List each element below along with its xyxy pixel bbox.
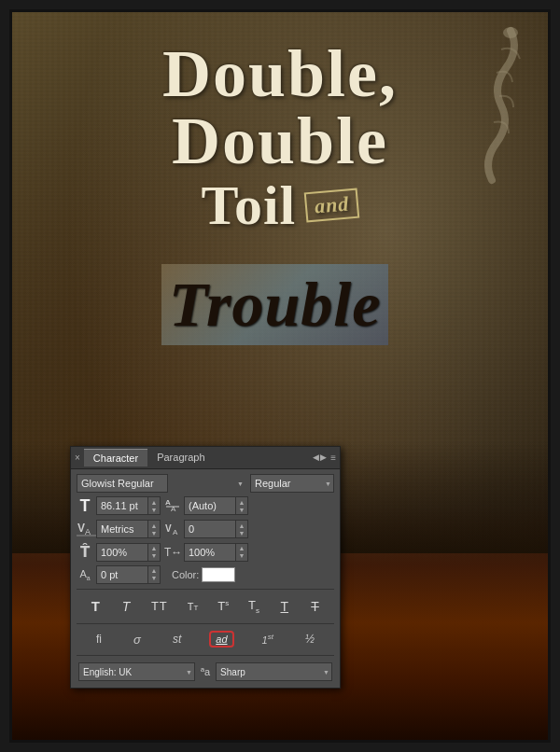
bottom-options-row: English: UK English: US French German ªa… — [77, 661, 334, 684]
baseline-arrows[interactable]: ▲ ▼ — [147, 565, 161, 584]
ordinals-btn[interactable]: 1st — [259, 631, 277, 648]
panel-next-arrow[interactable]: ▶ — [320, 453, 327, 462]
vertical-scale-input[interactable] — [96, 543, 147, 562]
scale-row: T̂ ▲ ▼ T↔ ▲ ▼ — [77, 543, 334, 562]
antialiasing-dropdown[interactable]: Sharp Crisp Strong Smooth None — [216, 662, 332, 682]
character-panel: × Character Paragraph ◀ ▶ ≡ Glo — [70, 446, 341, 689]
svg-text:V: V — [165, 523, 172, 534]
horizontal-scale-input[interactable] — [184, 543, 235, 562]
panel-tabs: Character Paragraph — [84, 449, 313, 467]
kerning-group: V A ▲ ▼ — [164, 520, 248, 539]
kerning-icon: V A — [164, 520, 181, 539]
color-group: Color: — [172, 567, 235, 582]
small-caps-btn[interactable]: TT — [184, 599, 203, 614]
divider-2 — [77, 623, 334, 624]
vertical-scale-group: T̂ ▲ ▼ — [77, 543, 161, 562]
fractions-btn[interactable]: ½ — [301, 631, 318, 648]
disc-ligatures-btn[interactable]: σ — [130, 631, 145, 648]
font-family-dropdown[interactable]: Glowist Regular — [77, 474, 246, 493]
baseline-input[interactable] — [96, 565, 147, 584]
tracking-kerning-row: V A ▲ ▼ — [77, 520, 334, 539]
opentype-buttons-row: fi σ st ad 1st ½ — [77, 629, 334, 650]
leading-input[interactable] — [184, 496, 235, 515]
kerning-arrows[interactable]: ▲ ▼ — [235, 520, 248, 538]
vertical-scale-arrows[interactable]: ▲ ▼ — [147, 543, 161, 562]
superscript-btn[interactable]: Ts — [214, 597, 232, 615]
baseline-icon: Aa — [77, 568, 93, 581]
all-caps-btn[interactable]: TT — [147, 597, 172, 615]
horizontal-scale-group: T↔ ▲ ▼ — [164, 543, 248, 562]
title-trouble: Trouble — [161, 264, 388, 345]
panel-prev-arrow[interactable]: ◀ — [313, 453, 319, 462]
leading-icon: AA — [164, 496, 181, 515]
baseline-color-row: Aa ▲ ▼ Color: — [77, 565, 334, 584]
svg-text:A: A — [171, 505, 176, 513]
trouble-area: Trouble — [161, 264, 529, 345]
language-select[interactable]: English: UK English: US French German — [78, 662, 195, 681]
panel-body: Glowist Regular Regular T ▲ — [71, 469, 340, 688]
title-line1: Double, — [40, 40, 520, 107]
old-style-btn[interactable]: st — [169, 631, 185, 648]
tracking-arrows[interactable]: ▲ ▼ — [147, 520, 161, 538]
divider-3 — [77, 655, 334, 656]
font-size-group: T ▲ ▼ — [77, 496, 161, 516]
tab-paragraph[interactable]: Paragraph — [147, 449, 214, 467]
horizontal-scale-icon: T↔ — [164, 546, 181, 559]
italic-btn[interactable]: T — [117, 597, 135, 616]
tracking-group: V A ▲ ▼ — [77, 520, 161, 539]
svg-text:V: V — [77, 522, 85, 535]
svg-text:A: A — [173, 528, 178, 536]
ligatures-btn[interactable]: fi — [92, 631, 105, 648]
antialiasing-select[interactable]: Sharp Crisp Strong Smooth None — [216, 662, 332, 681]
leading-group: AA ▲ ▼ — [164, 496, 248, 515]
panel-close-btn[interactable]: × — [75, 453, 80, 463]
trouble-bg: Trouble — [161, 264, 388, 345]
font-size-input-group: ▲ ▼ — [96, 496, 161, 515]
kerning-input[interactable] — [184, 520, 235, 538]
tracking-icon: V A — [77, 520, 93, 539]
subscript-btn[interactable]: Ts — [245, 596, 263, 617]
tracking-input-group: ▲ ▼ — [96, 520, 161, 538]
leading-arrows[interactable]: ▲ ▼ — [235, 496, 248, 515]
font-size-icon: T — [77, 496, 93, 516]
panel-menu-btn[interactable]: ≡ — [330, 453, 336, 463]
kerning-input-group: ▲ ▼ — [184, 520, 248, 538]
baseline-input-group: ▲ ▼ — [96, 565, 161, 584]
horizontal-scale-arrows[interactable]: ▲ ▼ — [235, 543, 248, 562]
font-family-select[interactable]: Glowist Regular — [77, 474, 168, 493]
title-line3: Toil and — [40, 174, 520, 236]
main-container: Double, Double Toil and Trouble × Charac… — [9, 9, 551, 743]
title-line2: Double — [40, 107, 520, 174]
font-style-select[interactable]: Regular — [250, 474, 334, 493]
baseline-group: Aa ▲ ▼ — [77, 565, 161, 584]
underline-ligatures-btn[interactable]: ad — [209, 631, 233, 648]
language-dropdown[interactable]: English: UK English: US French German — [78, 662, 195, 682]
leading-input-group: ▲ ▼ — [184, 496, 248, 515]
format-buttons-row: T T TT TT Ts Ts T T — [77, 594, 334, 619]
horizontal-scale-input-group: ▲ ▼ — [184, 543, 248, 562]
color-label: Color: — [172, 569, 199, 580]
font-size-input[interactable] — [96, 496, 147, 515]
panel-scroll-arrows: ◀ ▶ — [313, 453, 327, 462]
font-style-dropdown[interactable]: Regular — [250, 474, 334, 493]
strikethrough-btn[interactable]: T — [306, 597, 325, 616]
title-area: Double, Double Toil and — [12, 31, 548, 245]
vertical-scale-icon: T̂ — [77, 544, 93, 561]
divider-1 — [77, 589, 334, 590]
font-size-arrows[interactable]: ▲ ▼ — [147, 496, 161, 515]
aa-label: ªa — [199, 666, 212, 677]
color-swatch[interactable] — [202, 567, 235, 582]
tracking-input[interactable] — [96, 520, 147, 538]
svg-text:A: A — [85, 527, 91, 536]
underline-btn[interactable]: T — [275, 597, 294, 616]
tab-character[interactable]: Character — [84, 449, 147, 467]
title-and: and — [304, 188, 360, 222]
font-family-row: Glowist Regular Regular — [77, 474, 334, 493]
title-toil: Toil — [201, 174, 296, 236]
vertical-scale-input-group: ▲ ▼ — [96, 543, 161, 562]
panel-header: × Character Paragraph ◀ ▶ ≡ — [71, 447, 340, 469]
font-size-row: T ▲ ▼ AA — [77, 496, 334, 516]
bold-btn[interactable]: T — [86, 596, 105, 616]
